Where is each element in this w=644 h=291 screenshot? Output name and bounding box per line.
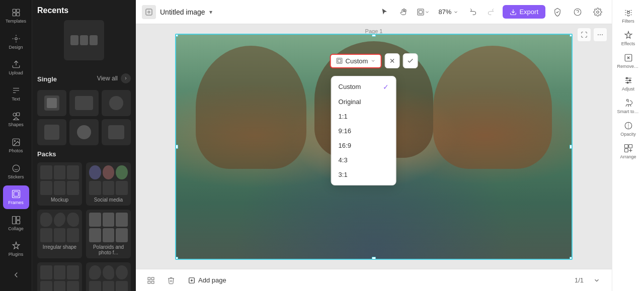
crop-cancel-btn[interactable] bbox=[384, 53, 399, 68]
right-tool-filters[interactable]: Filters bbox=[615, 5, 641, 27]
handle-bl[interactable] bbox=[175, 257, 178, 260]
handle-tl[interactable] bbox=[175, 34, 178, 37]
right-tool-effects[interactable]: Effects bbox=[615, 28, 641, 49]
sidebar-item-photos[interactable]: Photos bbox=[3, 134, 29, 158]
canvas-more-btn[interactable] bbox=[594, 28, 607, 41]
packs-title: Packs bbox=[37, 150, 56, 158]
frame-thumb-6[interactable] bbox=[102, 119, 131, 145]
pack-item-irregular[interactable]: Irregular shape bbox=[37, 210, 82, 258]
single-thumbnail-grid bbox=[37, 90, 131, 145]
export-btn[interactable]: Export bbox=[503, 5, 545, 19]
ratio-option-16-9[interactable]: 16:9 bbox=[332, 138, 396, 153]
right-tool-remove-bg[interactable]: Remove backgr... bbox=[615, 50, 641, 72]
right-tool-arrange[interactable]: Arrange bbox=[615, 141, 641, 162]
right-tool-opacity[interactable]: Opacity bbox=[615, 118, 641, 140]
handle-bm[interactable] bbox=[372, 257, 376, 260]
zoom-btn[interactable]: 87% bbox=[434, 6, 462, 18]
handle-lm[interactable] bbox=[175, 145, 178, 149]
frame-thumb-2[interactable] bbox=[69, 90, 99, 116]
ratio-option-4-3[interactable]: 4:3 bbox=[332, 153, 396, 167]
sidebar-item-upload[interactable]: Upload bbox=[3, 56, 29, 80]
frame-thumb-1[interactable] bbox=[37, 90, 66, 116]
page-expand-btn[interactable] bbox=[590, 273, 604, 287]
collapse-sidebar-btn[interactable] bbox=[3, 263, 29, 287]
frame-thumb-4[interactable] bbox=[37, 119, 66, 145]
frame-thumb-3[interactable] bbox=[102, 90, 131, 116]
bottom-bar: Add page 1/1 bbox=[136, 269, 612, 291]
svg-rect-21 bbox=[419, 10, 423, 14]
svg-rect-35 bbox=[148, 281, 150, 283]
handle-rm[interactable] bbox=[570, 145, 573, 149]
help-btn[interactable] bbox=[570, 4, 586, 20]
pack-item-social-media[interactable]: Social media bbox=[86, 162, 131, 206]
pack-item-polaroids[interactable]: Polaroids and photo f... bbox=[86, 210, 131, 258]
svg-rect-0 bbox=[13, 10, 16, 13]
svg-rect-51 bbox=[624, 149, 628, 152]
ratio-option-1-1[interactable]: 1:1 bbox=[332, 109, 396, 124]
bottom-delete-btn[interactable] bbox=[164, 273, 178, 287]
svg-point-23 bbox=[574, 9, 581, 16]
frame-tool-btn[interactable] bbox=[415, 4, 431, 20]
pack-item-torn-paper[interactable]: Torn paper bbox=[37, 262, 82, 291]
settings-btn[interactable] bbox=[590, 4, 606, 20]
svg-marker-8 bbox=[13, 118, 19, 120]
svg-point-6 bbox=[13, 113, 16, 116]
panel-content: Recents Single View all › bbox=[32, 0, 136, 291]
next-arrow[interactable]: › bbox=[121, 73, 131, 83]
right-tool-smart[interactable]: Smart tools bbox=[615, 95, 641, 117]
sidebar-item-collage[interactable]: Collage bbox=[3, 211, 29, 235]
pack-item-speech-balloons[interactable]: Speech balloons bbox=[86, 262, 131, 291]
crop-ratio-btn[interactable]: Custom Custom ✓ Original 1:1 bbox=[330, 54, 382, 68]
select-tool-btn[interactable] bbox=[377, 4, 393, 20]
svg-point-45 bbox=[626, 77, 627, 79]
check-icon: ✓ bbox=[383, 83, 389, 91]
main-area: Untitled image ▾ 87% bbox=[136, 0, 612, 291]
svg-rect-1 bbox=[16, 10, 19, 13]
topbar-right: Export bbox=[503, 4, 606, 20]
undo-btn[interactable] bbox=[465, 4, 481, 20]
ratio-option-custom[interactable]: Custom ✓ bbox=[332, 79, 396, 94]
recent-thumbnail[interactable] bbox=[64, 20, 104, 60]
svg-point-27 bbox=[600, 34, 601, 35]
topbar-left: Untitled image ▾ bbox=[142, 5, 373, 19]
sidebar-item-design[interactable]: Design bbox=[3, 30, 29, 54]
svg-rect-20 bbox=[418, 9, 424, 15]
svg-point-25 bbox=[597, 11, 599, 13]
title-chevron[interactable]: ▾ bbox=[209, 9, 212, 16]
hand-tool-btn[interactable] bbox=[396, 4, 412, 20]
ratio-option-3-1[interactable]: 3:1 bbox=[332, 167, 396, 182]
svg-point-4 bbox=[15, 38, 17, 40]
add-page-btn[interactable]: Add page bbox=[184, 274, 230, 286]
canvas-expand-btn[interactable] bbox=[578, 28, 591, 41]
pack-item-mockup[interactable]: Mockup bbox=[37, 162, 82, 206]
svg-rect-3 bbox=[16, 13, 19, 16]
svg-point-11 bbox=[13, 165, 20, 172]
svg-rect-50 bbox=[628, 145, 632, 148]
svg-rect-7 bbox=[16, 113, 19, 116]
handle-tm[interactable] bbox=[372, 34, 376, 37]
sidebar-item-frames[interactable]: Frames bbox=[3, 185, 29, 210]
sidebar-item-text[interactable]: Text bbox=[3, 82, 29, 106]
handle-tr[interactable] bbox=[570, 34, 573, 37]
crop-confirm-btn[interactable] bbox=[403, 53, 418, 68]
sidebar-item-shapes[interactable]: Shapes bbox=[3, 108, 29, 132]
canvas-container[interactable]: Page 1 Custom Custom ✓ bbox=[136, 24, 612, 269]
redo-btn[interactable] bbox=[482, 4, 499, 20]
shield-check-btn[interactable] bbox=[549, 4, 566, 20]
frame-thumb-5[interactable] bbox=[69, 119, 99, 145]
undo-redo bbox=[465, 4, 499, 20]
sidebar-item-stickers[interactable]: Stickers bbox=[3, 159, 29, 183]
sidebar-item-plugins[interactable]: Plugins bbox=[3, 237, 29, 261]
bottom-grid-btn[interactable] bbox=[144, 273, 158, 287]
sidebar-item-templates[interactable]: Templates bbox=[3, 4, 29, 28]
ratio-option-9-16[interactable]: 9:16 bbox=[332, 124, 396, 138]
ratio-option-original[interactable]: Original bbox=[332, 94, 396, 109]
handle-br[interactable] bbox=[570, 257, 573, 260]
right-tool-adjust[interactable]: Adjust bbox=[615, 73, 641, 94]
svg-rect-18 bbox=[16, 220, 20, 224]
svg-point-19 bbox=[148, 11, 150, 13]
svg-point-28 bbox=[602, 34, 603, 35]
pack-grid: Mockup Social media bbox=[37, 162, 131, 258]
page-indicator: 1/1 bbox=[575, 276, 584, 284]
view-all-link[interactable]: View all bbox=[97, 75, 118, 82]
